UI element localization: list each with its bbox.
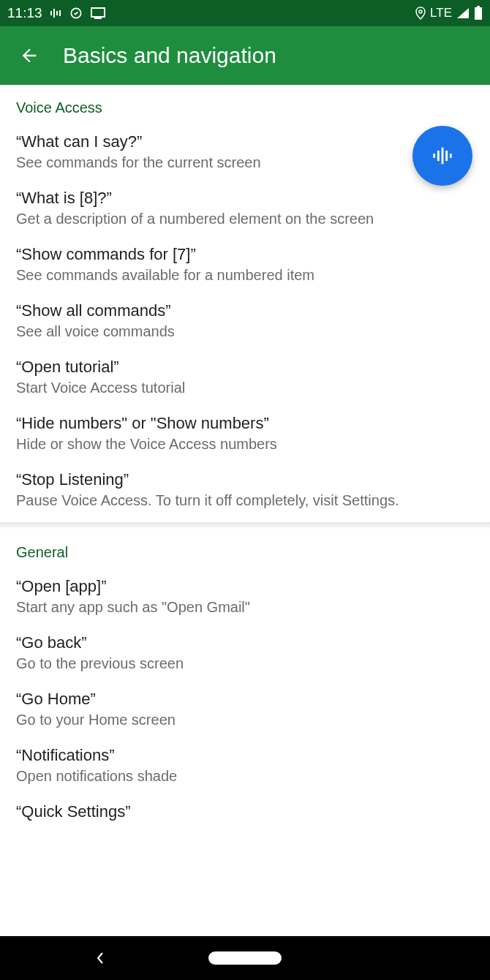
command-item[interactable]: “Quick Settings” <box>0 794 490 830</box>
command-item[interactable]: “What is [8]?” Get a description of a nu… <box>0 180 490 236</box>
system-nav-bar <box>0 936 490 980</box>
location-icon <box>415 7 426 20</box>
command-sub: Start any app such as "Open Gmail" <box>16 599 474 616</box>
command-sub: Start Voice Access tutorial <box>16 380 474 396</box>
svg-rect-3 <box>59 10 61 16</box>
signal-icon <box>456 7 470 19</box>
command-item[interactable]: “Go Home” Go to your Home screen <box>0 681 490 737</box>
status-bar: 11:13 LTE <box>0 0 490 26</box>
svg-rect-0 <box>50 11 52 15</box>
command-sub: Go to your Home screen <box>16 712 474 728</box>
svg-rect-12 <box>442 148 444 165</box>
svg-rect-11 <box>437 151 440 161</box>
command-title: “Open [app]” <box>16 577 474 596</box>
command-item[interactable]: “Go back” Go to the previous screen <box>0 625 490 681</box>
svg-rect-2 <box>56 11 58 15</box>
sync-icon <box>69 6 83 20</box>
back-button[interactable] <box>15 41 44 70</box>
command-title: “Hide numbers" or "Show numbers” <box>16 414 474 433</box>
app-bar: Basics and navigation <box>0 26 490 85</box>
command-item[interactable]: “Hide numbers" or "Show numbers” Hide or… <box>0 405 490 461</box>
section-general: General “Open [app]” Start any app such … <box>0 529 490 834</box>
command-title: “What is [8]?” <box>16 189 474 208</box>
svg-rect-9 <box>475 7 482 20</box>
command-title: “Stop Listening” <box>16 470 474 489</box>
screen-icon <box>91 7 105 19</box>
section-divider <box>0 522 490 529</box>
nav-home-pill[interactable] <box>208 951 282 965</box>
command-item[interactable]: “Notifications” Open notifications shade <box>0 737 490 794</box>
sound-wave-icon <box>430 143 455 168</box>
svg-rect-8 <box>477 6 480 7</box>
svg-point-7 <box>419 10 422 13</box>
command-sub: Get a description of a numbered element … <box>16 211 474 227</box>
command-title: “What can I say?” <box>16 132 474 151</box>
svg-rect-14 <box>450 154 452 158</box>
section-title: Voice Access <box>0 85 490 124</box>
command-title: “Open tutorial” <box>16 358 474 377</box>
command-title: “Go back” <box>16 633 474 652</box>
command-sub: Hide or show the Voice Access numbers <box>16 436 474 453</box>
command-sub: Go to the previous screen <box>16 655 474 672</box>
arrow-back-icon <box>19 45 39 66</box>
command-title: “Quick Settings” <box>16 802 474 821</box>
command-item[interactable]: “Show commands for [7]” See commands ava… <box>0 236 490 293</box>
status-time: 11:13 <box>7 5 42 21</box>
status-network: LTE <box>430 6 452 20</box>
page-title: Basics and navigation <box>63 43 276 68</box>
command-item[interactable]: “Stop Listening” Pause Voice Access. To … <box>0 461 490 518</box>
command-sub: See commands available for a numbered it… <box>16 267 474 284</box>
section-title: General <box>0 529 490 568</box>
command-item[interactable]: “Open [app]” Start any app such as "Open… <box>0 568 490 625</box>
svg-rect-13 <box>445 151 448 161</box>
battery-icon <box>474 6 483 20</box>
svg-rect-5 <box>91 8 105 17</box>
command-sub: See all voice commands <box>16 323 474 340</box>
command-sub: Pause Voice Access. To turn it off compl… <box>16 492 474 509</box>
command-title: “Show all commands” <box>16 301 474 320</box>
voice-fab[interactable] <box>412 126 472 186</box>
command-item[interactable]: “Open tutorial” Start Voice Access tutor… <box>0 349 490 405</box>
content-scroll[interactable]: Voice Access “What can I say?” See comma… <box>0 85 490 936</box>
command-sub: Open notifications shade <box>16 768 474 785</box>
command-title: “Show commands for [7]” <box>16 245 474 264</box>
command-title: “Go Home” <box>16 690 474 709</box>
nav-back-chevron-icon[interactable] <box>95 951 105 965</box>
command-item[interactable]: “Show all commands” See all voice comman… <box>0 293 490 349</box>
command-sub: See commands for the current screen <box>16 154 474 171</box>
svg-rect-1 <box>53 9 55 18</box>
command-title: “Notifications” <box>16 746 474 765</box>
sound-bars-icon <box>50 7 61 19</box>
svg-rect-10 <box>433 154 435 158</box>
